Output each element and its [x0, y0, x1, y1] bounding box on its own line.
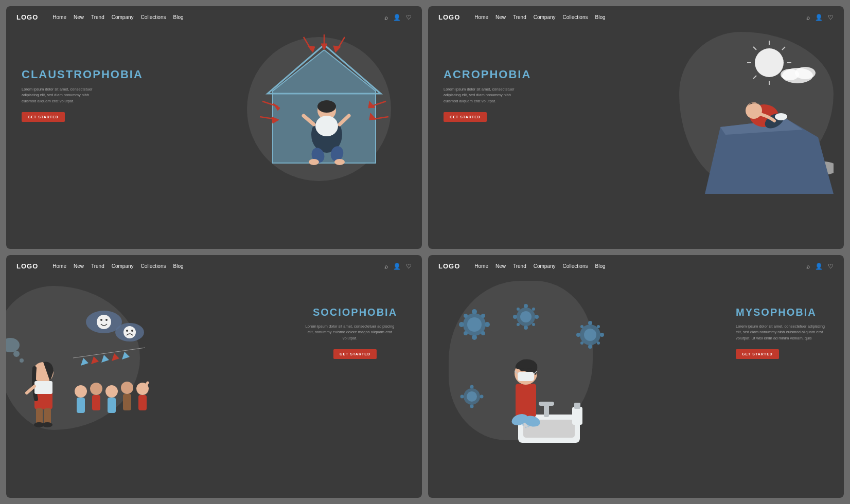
search-icon-4[interactable]: ⌕	[806, 263, 810, 270]
svg-point-78	[20, 358, 24, 363]
nav-blog-4[interactable]: Blog	[595, 263, 605, 269]
panel-desc-2: Lorem ipsum dolor sit amet, consectetuer…	[444, 86, 526, 104]
svg-rect-66	[123, 394, 131, 410]
nav-new-3[interactable]: New	[74, 263, 84, 269]
user-icon-1[interactable]: 👤	[393, 14, 401, 21]
svg-point-85	[459, 322, 464, 327]
text-area-1: CLAUSTROPHOBIA Lorem ipsum dolor sit ame…	[22, 68, 143, 122]
nav-trend-4[interactable]: Trend	[513, 263, 526, 269]
svg-point-80	[6, 338, 20, 352]
nav-new-2[interactable]: New	[495, 14, 506, 20]
panel-desc-3: Lorem ipsum dolor sit amet, consectetuer…	[304, 323, 396, 341]
svg-point-107	[580, 325, 583, 328]
svg-point-83	[472, 309, 477, 314]
svg-marker-57	[112, 353, 119, 361]
svg-point-109	[580, 341, 583, 345]
panel-title-2: ACROPHOBIA	[444, 68, 531, 81]
svg-marker-55	[91, 356, 99, 364]
svg-point-59	[75, 385, 87, 398]
svg-point-51	[126, 330, 128, 332]
svg-point-116	[480, 395, 484, 399]
svg-point-18	[317, 100, 336, 113]
svg-point-96	[535, 315, 539, 319]
user-icon-2[interactable]: 👤	[815, 14, 823, 21]
svg-rect-123	[516, 384, 536, 417]
svg-point-65	[121, 382, 133, 394]
nav-icons-2: ⌕ 👤 ♡	[806, 14, 834, 21]
nav-trend-1[interactable]: Trend	[91, 14, 104, 20]
logo-1: LOGO	[16, 13, 38, 21]
heart-icon-4[interactable]: ♡	[828, 263, 834, 270]
logo-4: LOGO	[438, 262, 460, 270]
panel-title-4: MYSOPHOBIA	[736, 307, 828, 318]
nav-blog-1[interactable]: Blog	[173, 14, 183, 20]
nav-claustrophobia: LOGO Home New Trend Company Collections …	[6, 6, 422, 28]
get-started-btn-3[interactable]: GET STARTED	[333, 349, 377, 359]
get-started-btn-1[interactable]: GET STARTED	[22, 112, 65, 122]
svg-point-42	[746, 102, 762, 119]
svg-point-106	[600, 333, 604, 337]
svg-rect-122	[574, 403, 580, 409]
svg-point-97	[517, 308, 520, 311]
nav-trend-3[interactable]: Trend	[91, 263, 104, 269]
svg-point-132	[522, 424, 524, 426]
svg-point-63	[105, 385, 118, 398]
nav-company-1[interactable]: Company	[112, 14, 134, 20]
svg-point-26	[755, 48, 784, 77]
nav-home-1[interactable]: Home	[52, 14, 66, 20]
svg-point-77	[42, 422, 52, 427]
nav-company-4[interactable]: Company	[534, 263, 556, 269]
svg-rect-62	[92, 395, 100, 410]
svg-rect-72	[34, 381, 52, 394]
svg-point-24	[334, 159, 345, 165]
svg-marker-58	[122, 352, 130, 359]
svg-point-128	[520, 368, 524, 371]
get-started-btn-2[interactable]: GET STARTED	[444, 112, 487, 122]
svg-point-100	[532, 323, 535, 326]
svg-rect-60	[77, 398, 85, 413]
nav-collections-1[interactable]: Collections	[141, 14, 166, 20]
svg-point-94	[524, 326, 528, 330]
svg-point-82	[467, 317, 482, 332]
nav-company-3[interactable]: Company	[112, 263, 134, 269]
svg-point-52	[131, 330, 133, 332]
nav-collections-3[interactable]: Collections	[141, 263, 166, 269]
search-icon-2[interactable]: ⌕	[806, 14, 810, 21]
svg-line-32	[782, 47, 785, 50]
panel-mysophobia: LOGO Home New Trend Company Collections …	[428, 255, 844, 498]
logo-3: LOGO	[16, 262, 38, 270]
nav-home-2[interactable]: Home	[474, 14, 488, 20]
user-icon-3[interactable]: 👤	[393, 263, 401, 270]
panel-title-1: CLAUSTROPHOBIA	[22, 68, 143, 81]
nav-new-4[interactable]: New	[495, 263, 506, 269]
search-icon-3[interactable]: ⌕	[384, 263, 388, 270]
svg-rect-125	[518, 372, 534, 381]
panel-claustrophobia: LOGO Home New Trend Company Collections …	[6, 6, 422, 249]
nav-collections-2[interactable]: Collections	[563, 14, 588, 20]
svg-rect-120	[539, 402, 554, 406]
nav-trend-2[interactable]: Trend	[513, 14, 526, 20]
nav-home-3[interactable]: Home	[52, 263, 66, 269]
nav-company-2[interactable]: Company	[534, 14, 556, 20]
heart-icon-3[interactable]: ♡	[406, 263, 412, 270]
nav-blog-3[interactable]: Blog	[173, 263, 183, 269]
svg-point-93	[524, 304, 528, 308]
svg-point-98	[532, 308, 535, 311]
nav-home-4[interactable]: Home	[474, 263, 488, 269]
svg-point-133	[527, 425, 529, 427]
svg-point-84	[472, 335, 477, 340]
svg-point-99	[517, 323, 520, 326]
heart-icon-2[interactable]: ♡	[828, 14, 834, 21]
nav-new-1[interactable]: New	[74, 14, 84, 20]
nav-collections-4[interactable]: Collections	[563, 263, 588, 269]
svg-marker-54	[81, 358, 88, 366]
get-started-btn-4[interactable]: GET STARTED	[736, 349, 779, 359]
svg-line-33	[753, 76, 756, 79]
svg-point-47	[100, 319, 102, 321]
user-icon-4[interactable]: 👤	[815, 263, 823, 270]
heart-icon-1[interactable]: ♡	[406, 14, 412, 21]
svg-point-50	[123, 326, 136, 338]
nav-blog-2[interactable]: Blog	[595, 14, 605, 20]
text-area-3: SOCIOPHOBIA Lorem ipsum dolor sit amet, …	[304, 307, 406, 359]
search-icon-1[interactable]: ⌕	[384, 14, 388, 21]
